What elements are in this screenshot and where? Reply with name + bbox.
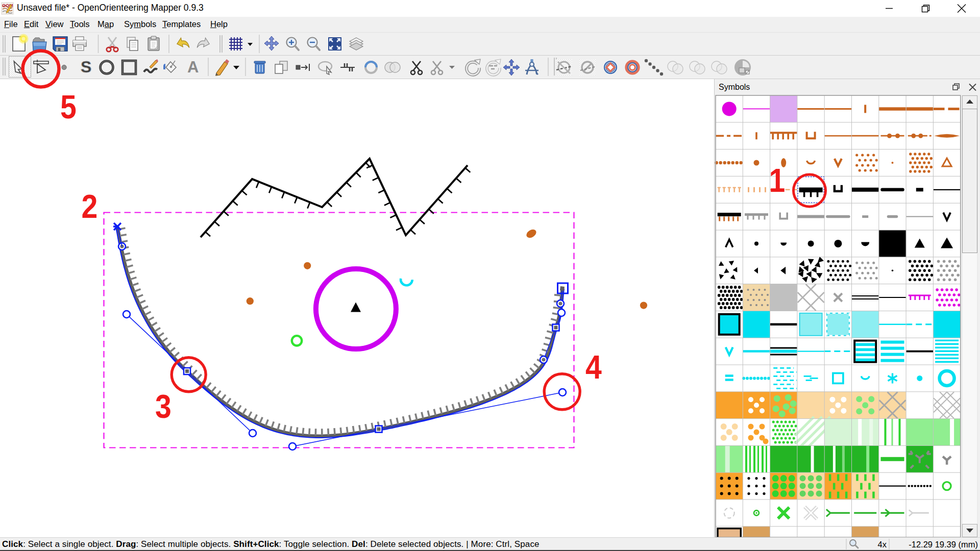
svg-text:A: A: [187, 58, 199, 76]
svg-text:4x: 4x: [878, 540, 887, 549]
svg-text:-12.29 19.39 (mm): -12.29 19.39 (mm): [909, 540, 978, 549]
svg-text:S: S: [81, 58, 91, 76]
